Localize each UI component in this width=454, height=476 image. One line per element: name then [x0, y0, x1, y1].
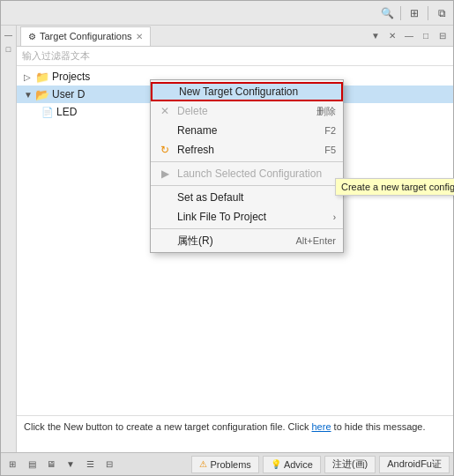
launch-label: Launch Selected Configuration — [177, 167, 336, 180]
context-menu: New Target Configuration Create a new ta… — [150, 79, 344, 253]
close-action-icon[interactable]: ✕ — [385, 29, 399, 43]
tab-bar: ⚙ Target Configurations ✕ ▼ ✕ — □ ⊟ — [17, 26, 453, 47]
expand-icon[interactable]: ⧉ — [434, 5, 450, 21]
menu-item-delete: ✕ Delete 删除 — [151, 101, 343, 121]
tab-icon: ⚙ — [28, 32, 36, 41]
toolbar-divider-2 — [428, 6, 428, 20]
set-default-label: Set as Default — [177, 191, 336, 204]
sidebar-arrow-icon[interactable]: □ — [3, 43, 15, 56]
menu-item-set-default[interactable]: Set as Default — [151, 188, 343, 207]
rename-shortcut: F2 — [324, 125, 336, 136]
status-icon-left2[interactable]: ▤ — [24, 457, 40, 472]
status-tab-4[interactable]: AndroidFu证 — [379, 456, 450, 473]
tree-label-led: LED — [56, 106, 77, 118]
delete-shortcut: 删除 — [316, 105, 336, 118]
info-text-before: Click the New button to create a new tar… — [24, 421, 312, 432]
properties-shortcut: Alt+Enter — [295, 235, 336, 246]
menu-item-rename[interactable]: Rename F2 — [151, 121, 343, 140]
tab-action-icons: ▼ ✕ — □ ⊟ — [368, 29, 450, 43]
pin-action-icon[interactable]: ⊟ — [435, 29, 450, 43]
toolbar-divider-1 — [400, 6, 401, 20]
target-configurations-tab[interactable]: ⚙ Target Configurations ✕ — [20, 26, 151, 46]
menu-separator-1 — [151, 161, 343, 162]
file-icon-led: 📄 — [41, 107, 54, 118]
set-default-icon — [158, 190, 172, 205]
folder-icon-user: 📂 — [35, 88, 49, 101]
menu-item-new-config[interactable]: New Target Configuration — [151, 82, 343, 101]
status-tab-3-label: 注进(画) — [332, 457, 368, 471]
top-toolbar: 🔍 ⊞ ⧉ — [1, 1, 453, 26]
refresh-label: Refresh — [177, 144, 319, 156]
status-tab-3[interactable]: 注进(画) — [324, 456, 376, 473]
properties-icon — [158, 234, 172, 248]
info-link[interactable]: here — [312, 421, 331, 432]
rename-icon — [158, 123, 172, 138]
info-text-after: to hide this message. — [331, 421, 426, 432]
advice-icon: 💡 — [271, 459, 281, 469]
tab-label: Target Configurations — [40, 31, 132, 41]
context-menu-container: New Target Configuration Create a new ta… — [150, 79, 344, 253]
new-config-label: New Target Configuration — [179, 86, 334, 98]
menu-item-refresh[interactable]: ↻ Refresh F5 — [151, 140, 343, 160]
properties-label: 属性(R) — [177, 234, 290, 249]
grid-icon[interactable]: ⊞ — [406, 5, 422, 21]
rename-label: Rename — [177, 124, 319, 137]
minimize-action-icon[interactable]: — — [402, 29, 416, 43]
filter-bar[interactable]: 输入过滤器文本 — [17, 47, 453, 66]
tab-close-button[interactable]: ✕ — [136, 32, 143, 41]
status-icon-left5[interactable]: ☰ — [82, 457, 98, 472]
link-file-arrow: › — [333, 212, 336, 222]
menu-item-launch: ▶ Launch Selected Configuration — [151, 164, 343, 183]
status-tab-advice-label: Advice — [284, 459, 313, 470]
tooltip-text: Create a new target configuration — [341, 182, 454, 192]
expand-action-icon[interactable]: □ — [419, 29, 433, 43]
menu-item-properties[interactable]: 属性(R) Alt+Enter — [151, 231, 343, 250]
status-icon-left1[interactable]: ⊞ — [4, 457, 20, 472]
tree-label-user: User D — [52, 88, 85, 100]
status-bar: ⊞ ▤ 🖥 ▼ ☰ ⊟ ⚠ Problems 💡 Advice 注进(画) An… — [1, 452, 453, 475]
status-icon-left4[interactable]: ▼ — [63, 457, 78, 472]
sidebar-collapse-icon[interactable]: — — [3, 29, 15, 41]
delete-label: Delete — [177, 105, 311, 117]
menu-item-link-file[interactable]: Link File To Project › — [151, 207, 343, 227]
status-tab-problems[interactable]: ⚠ Problems — [191, 456, 258, 473]
refresh-icon: ↻ — [158, 143, 172, 157]
status-tab-advice[interactable]: 💡 Advice — [263, 456, 321, 473]
info-bar: Click the New button to create a new tar… — [17, 415, 453, 452]
tree-label-projects: Projects — [52, 71, 90, 83]
status-icon-left6[interactable]: ⊟ — [101, 457, 117, 472]
status-tab-4-label: AndroidFu证 — [387, 457, 442, 471]
filter-action-icon[interactable]: ▼ — [368, 29, 383, 43]
tooltip-popup: Create a new target configuration — [335, 178, 454, 196]
status-tab-problems-label: Problems — [210, 459, 250, 470]
problems-icon: ⚠ — [199, 459, 207, 469]
tree-arrow-user: ▼ — [24, 90, 33, 100]
tree-arrow-projects: ▷ — [24, 72, 33, 82]
filter-placeholder: 输入过滤器文本 — [22, 49, 90, 63]
folder-icon-projects: 📁 — [35, 71, 49, 84]
link-file-icon — [158, 210, 172, 224]
delete-icon: ✕ — [158, 104, 172, 118]
menu-separator-2 — [151, 185, 343, 186]
refresh-shortcut: F5 — [324, 145, 336, 155]
launch-icon: ▶ — [158, 167, 172, 181]
left-sidebar: — □ — [1, 26, 17, 452]
search-toolbar-icon[interactable]: 🔍 — [379, 5, 395, 21]
link-file-label: Link File To Project — [177, 211, 328, 223]
status-icon-left3[interactable]: 🖥 — [43, 457, 59, 472]
new-config-icon — [160, 85, 174, 99]
menu-separator-3 — [151, 228, 343, 229]
